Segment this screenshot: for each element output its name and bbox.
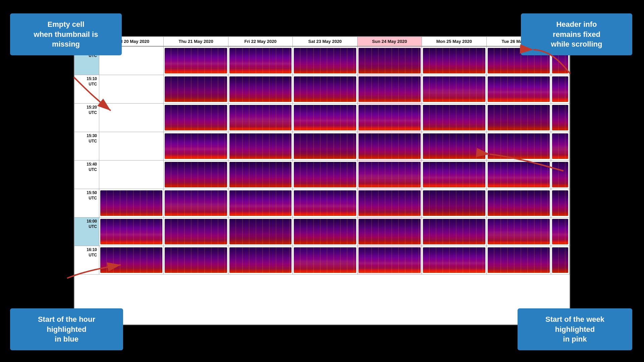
thumbnail-r5-c1 <box>165 190 227 216</box>
time-row-2: 15:20UTC <box>74 104 570 132</box>
cell-r2-c1[interactable] <box>164 104 228 132</box>
thumbnail-r1-c6 <box>488 76 550 102</box>
thumbnail-r3-c2 <box>229 133 291 159</box>
cell-r4-c2[interactable] <box>228 161 293 189</box>
cell-r7-c2[interactable] <box>228 246 293 274</box>
cell-r6-c2[interactable] <box>228 218 293 246</box>
cell-r3-c1[interactable] <box>164 132 228 160</box>
thumbnail-r2-c1 <box>165 105 227 130</box>
cell-r7-c4[interactable] <box>358 246 422 274</box>
thumbnail-r3-c1 <box>165 133 227 159</box>
cell-r4-c5[interactable] <box>422 161 486 189</box>
thumbnail-r4-c5 <box>423 162 485 187</box>
cell-r3-c3[interactable] <box>293 132 357 160</box>
cell-r3-c6[interactable] <box>487 132 551 160</box>
utc-text-6: UTC <box>89 224 97 230</box>
cell-r4-c0[interactable] <box>99 161 164 189</box>
cell-r1-c6[interactable] <box>487 75 551 103</box>
cell-r3-c2[interactable] <box>228 132 293 160</box>
cell-r7-c0[interactable] <box>99 246 164 274</box>
cell-r7-c7[interactable] <box>551 246 570 274</box>
cell-r6-c4[interactable] <box>358 218 422 246</box>
cell-r3-c0[interactable] <box>99 132 164 160</box>
utc-text-5: UTC <box>89 196 97 201</box>
cell-r5-c7[interactable] <box>551 189 570 217</box>
annotation-empty-cell: Empty cellwhen thumbnail ismissing <box>10 13 122 55</box>
cell-r3-c4[interactable] <box>358 132 422 160</box>
cell-r7-c1[interactable] <box>164 246 228 274</box>
cell-r2-c6[interactable] <box>487 104 551 132</box>
thumbnail-r5-c6 <box>488 190 550 216</box>
cell-r5-c6[interactable] <box>487 189 551 217</box>
cell-r2-c4[interactable] <box>358 104 422 132</box>
cell-r0-c1[interactable] <box>164 47 228 75</box>
thumbnail-r4-c3 <box>294 162 356 187</box>
cell-r4-c1[interactable] <box>164 161 228 189</box>
cell-r0-c2[interactable] <box>228 47 293 75</box>
header-row: Wed 20 May 2020Thu 21 May 2020Fri 22 May… <box>74 37 570 47</box>
cell-r1-c4[interactable] <box>358 75 422 103</box>
cell-r1-c3[interactable] <box>293 75 357 103</box>
utc-text-4: UTC <box>89 167 97 173</box>
thumbnail-r7-c5 <box>423 247 485 273</box>
cell-r5-c5[interactable] <box>422 189 486 217</box>
cell-r5-c0[interactable] <box>99 189 164 217</box>
cell-r2-c7[interactable] <box>551 104 570 132</box>
cell-r4-c6[interactable] <box>487 161 551 189</box>
thumbnail-r7-c1 <box>165 247 227 273</box>
cell-r3-c7[interactable] <box>551 132 570 160</box>
cell-r2-c0[interactable] <box>99 104 164 132</box>
cell-r1-c2[interactable] <box>228 75 293 103</box>
cell-r0-c5[interactable] <box>422 47 486 75</box>
thumbnail-r3-c6 <box>488 133 550 159</box>
cell-r2-c5[interactable] <box>422 104 486 132</box>
cell-r5-c4[interactable] <box>358 189 422 217</box>
cell-r2-c2[interactable] <box>228 104 293 132</box>
cell-r6-c3[interactable] <box>293 218 357 246</box>
cell-r1-c5[interactable] <box>422 75 486 103</box>
thumbnail-r6-c6 <box>488 219 550 244</box>
cell-r5-c2[interactable] <box>228 189 293 217</box>
thumbnail-r3-c5 <box>423 133 485 159</box>
cell-r3-c5[interactable] <box>422 132 486 160</box>
time-label-3: 15:30UTC <box>74 132 99 160</box>
thumbnail-r6-c1 <box>165 219 227 244</box>
thumbnail-r1-c7 <box>552 76 568 102</box>
day-header-3: Sat 23 May 2020 <box>293 37 357 46</box>
cell-r1-c1[interactable] <box>164 75 228 103</box>
cell-r2-c3[interactable] <box>293 104 357 132</box>
cell-r7-c3[interactable] <box>293 246 357 274</box>
thumbnail-r6-c2 <box>229 219 291 244</box>
cell-r1-c0[interactable] <box>99 75 164 103</box>
cell-r5-c3[interactable] <box>293 189 357 217</box>
thumbnail-r2-c7 <box>552 105 568 130</box>
cell-r6-c7[interactable] <box>551 218 570 246</box>
cell-r4-c7[interactable] <box>551 161 570 189</box>
thumbnail-r1-c5 <box>423 76 485 102</box>
time-row-0: 15:00UTC <box>74 47 570 75</box>
thumbnail-r4-c1 <box>165 162 227 187</box>
thumbnail-r6-c4 <box>359 219 421 244</box>
cell-r1-c7[interactable] <box>551 75 570 103</box>
time-text-1: 15:10 <box>87 76 97 82</box>
cell-r6-c6[interactable] <box>487 218 551 246</box>
cell-r6-c5[interactable] <box>422 218 486 246</box>
body-rows[interactable]: 15:00UTC15:10UTC15:20UTC15:30UTC15:40UTC… <box>74 47 570 321</box>
cell-r4-c3[interactable] <box>293 161 357 189</box>
cell-r0-c3[interactable] <box>293 47 357 75</box>
thumbnail-r2-c6 <box>488 105 550 130</box>
cell-r6-c1[interactable] <box>164 218 228 246</box>
thumbnail-r4-c7 <box>552 162 568 187</box>
cell-r7-c5[interactable] <box>422 246 486 274</box>
cell-r0-c4[interactable] <box>358 47 422 75</box>
thumbnail-r0-c2 <box>229 48 291 73</box>
time-row-5: 15:50UTC <box>74 189 570 218</box>
cell-r6-c0[interactable] <box>99 218 164 246</box>
day-header-4: Sun 24 May 2020 <box>358 37 422 46</box>
cell-r5-c1[interactable] <box>164 189 228 217</box>
cell-r4-c4[interactable] <box>358 161 422 189</box>
cell-r7-c6[interactable] <box>487 246 551 274</box>
main-grid[interactable]: Wed 20 May 2020Thu 21 May 2020Fri 22 May… <box>74 36 570 325</box>
thumbnail-r7-c6 <box>488 247 550 273</box>
thumbnail-r1-c4 <box>359 76 421 102</box>
